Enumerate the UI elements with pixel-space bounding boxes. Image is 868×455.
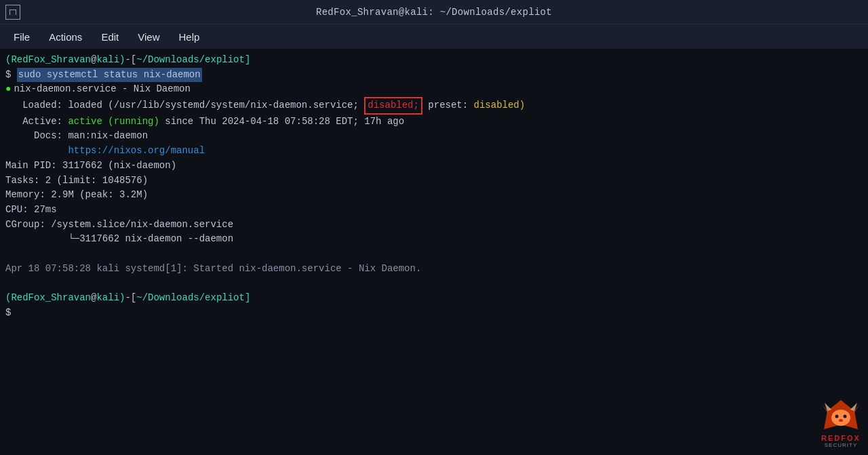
active-status: active (running) — [68, 115, 159, 130]
active-since: since Thu 2024-04-18 07:58:28 EDT; 17h a… — [159, 115, 404, 130]
title-bar: RedFox_Shravan@kali: ~/Downloads/expliot — [0, 0, 868, 24]
watermark-sub: SECURITY — [825, 442, 857, 448]
tasks-line: Tasks: 2 (limit: 1048576) — [5, 174, 863, 189]
watermark-brand: REDFOX — [821, 434, 861, 442]
prompt-at: @ — [91, 53, 96, 68]
active-label: Active: — [5, 115, 68, 130]
prompt-close-paren: ) — [119, 53, 125, 68]
svg-point-3 — [831, 410, 850, 426]
prompt2-dollar-line: $ — [5, 306, 863, 321]
prompt2-host: kali — [96, 291, 119, 306]
terminal-area[interactable]: (RedFox_Shravan@kali)-[~/Downloads/expli… — [0, 49, 868, 455]
memory-text: Memory: 2.9M (peak: 3.2M) — [5, 188, 148, 203]
prompt-close-bracket: ] — [245, 53, 250, 68]
cgroup-child-text: └─3117662 nix-daemon --daemon — [5, 232, 233, 247]
log-line: Apr 18 07:58:28 kali systemd[1]: Started… — [5, 262, 863, 277]
docs-url: https://nixos.org/manual — [68, 144, 205, 159]
window-controls — [5, 5, 20, 20]
menu-actions[interactable]: Actions — [41, 28, 90, 45]
menu-view[interactable]: View — [130, 28, 167, 45]
service-name: nix-daemon.service - Nix Daemon — [14, 82, 190, 97]
prompt-line-2: (RedFox_Shravan@kali)-[~/Downloads/expli… — [5, 291, 863, 306]
empty-line — [5, 247, 863, 262]
mainpid-line: Main PID: 3117662 (nix-daemon) — [5, 159, 863, 174]
cgroup-child-line: └─3117662 nix-daemon --daemon — [5, 232, 863, 247]
prompt-dash: -[ — [125, 53, 136, 68]
svg-point-5 — [844, 415, 847, 418]
svg-marker-7 — [825, 403, 831, 411]
cpu-line: CPU: 27ms — [5, 203, 863, 218]
cpu-text: CPU: 27ms — [5, 203, 57, 218]
docs-spacer — [5, 144, 68, 159]
menu-bar: File Actions Edit View Help — [0, 24, 868, 49]
active-dot: ● — [5, 82, 11, 97]
cgroup-line: CGroup: /system.slice/nix-daemon.service — [5, 218, 863, 233]
docs-line-2: https://nixos.org/manual — [5, 144, 863, 159]
menu-help[interactable]: Help — [170, 28, 208, 45]
docs-label: Docs: man:nix-daemon — [5, 129, 148, 144]
watermark: REDFOX SECURITY — [821, 399, 861, 448]
empty-line-2 — [5, 276, 863, 291]
window-title: RedFox_Shravan@kali: ~/Downloads/expliot — [316, 7, 552, 18]
mainpid-text: Main PID: 3117662 (nix-daemon) — [5, 159, 176, 174]
prompt2-close-paren: ) — [119, 291, 125, 306]
docs-line-1: Docs: man:nix-daemon — [5, 129, 863, 144]
disabled-badge: disabled; — [364, 97, 422, 115]
disabled-preset-text: disabled) — [474, 98, 526, 113]
window-icon — [5, 5, 20, 20]
svg-marker-8 — [850, 403, 857, 411]
command-text: sudo systemctl status nix-daemon — [17, 68, 202, 83]
menu-file[interactable]: File — [5, 28, 38, 45]
window-icon-inner — [9, 9, 16, 15]
prompt-open-paren: ( — [5, 53, 11, 68]
svg-point-4 — [835, 415, 839, 418]
prompt2-dash: -[ — [125, 291, 136, 306]
prompt2-username: RedFox_Shravan — [11, 291, 91, 306]
loaded-label: Loaded: loaded (/usr/lib/systemd/system/… — [5, 98, 364, 113]
service-name-line: ●nix-daemon.service - Nix Daemon — [5, 82, 863, 97]
prompt2-close-bracket: ] — [245, 291, 250, 306]
prompt2-path: ~/Downloads/expliot — [136, 291, 245, 306]
svg-point-6 — [839, 419, 843, 422]
loaded-line: Loaded: loaded (/usr/lib/systemd/system/… — [5, 97, 863, 115]
prompt2-at: @ — [91, 291, 96, 306]
prompt-username: RedFox_Shravan — [11, 53, 91, 68]
menu-edit[interactable]: Edit — [93, 28, 127, 45]
prompt2-open-paren: ( — [5, 291, 11, 306]
prompt-line-1: (RedFox_Shravan@kali)-[~/Downloads/expli… — [5, 53, 863, 68]
fox-logo-svg — [821, 399, 861, 433]
preset-label: preset: — [422, 98, 474, 113]
memory-line: Memory: 2.9M (peak: 3.2M) — [5, 188, 863, 203]
prompt-symbol: $ — [5, 68, 17, 83]
tasks-text: Tasks: 2 (limit: 1048576) — [5, 174, 148, 189]
prompt2-dollar: $ — [5, 306, 17, 321]
cgroup-text: CGroup: /system.slice/nix-daemon.service — [5, 218, 233, 233]
command-line: $ sudo systemctl status nix-daemon — [5, 68, 863, 83]
prompt-path-1: ~/Downloads/expliot — [136, 53, 245, 68]
active-line: Active: active (running) since Thu 2024-… — [5, 115, 863, 130]
prompt-host: kali — [96, 53, 119, 68]
